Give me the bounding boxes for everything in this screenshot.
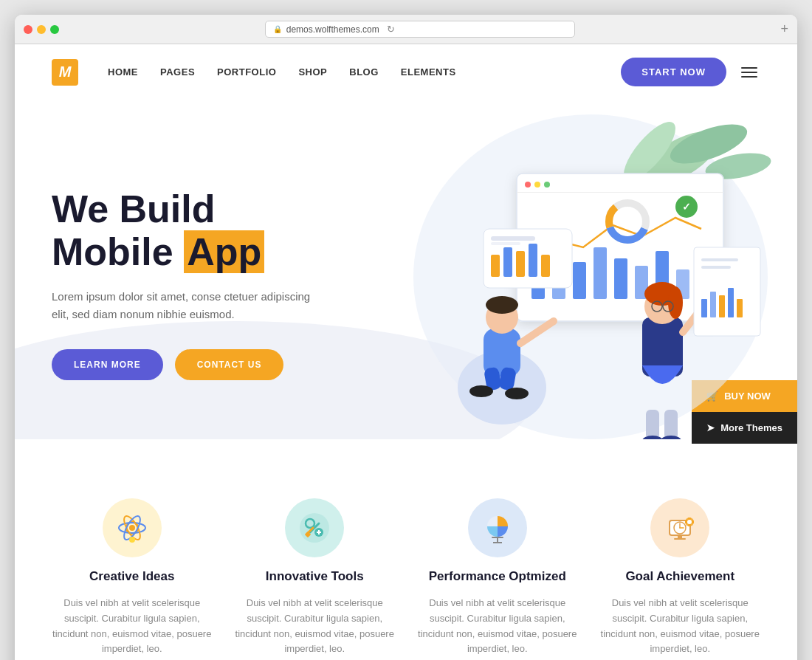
- features-section: 🛒 BUY NOW ➤ More Themes: [15, 439, 797, 660]
- svg-point-8: [544, 182, 550, 188]
- new-tab-button[interactable]: +: [780, 21, 788, 37]
- hero-title: We Build Mobile App: [52, 188, 362, 272]
- svg-rect-14: [614, 258, 627, 299]
- goal-achievement-icon: [650, 498, 709, 557]
- svg-rect-30: [491, 242, 520, 245]
- svg-rect-12: [573, 262, 586, 299]
- nav-blog[interactable]: BLOG: [349, 66, 379, 78]
- svg-point-51: [661, 436, 681, 439]
- svg-rect-57: [719, 295, 725, 317]
- innovative-tools-desc: Duis vel nibh at velit scelerisque susci…: [235, 596, 396, 657]
- svg-text:✓: ✓: [682, 201, 691, 213]
- hero-text: We Build Mobile App Lorem ipsum dolor si…: [52, 188, 362, 379]
- nav-actions: START NOW: [621, 58, 760, 86]
- svg-rect-66: [131, 537, 134, 542]
- performance-desc: Duis vel nibh at velit scelerisque susci…: [417, 596, 578, 657]
- url-text: demos.wolfthemes.com: [286, 24, 379, 35]
- svg-rect-88: [692, 520, 694, 523]
- goal-achievement-desc: Duis vel nibh at velit scelerisque susci…: [600, 596, 761, 657]
- svg-rect-59: [737, 299, 743, 317]
- creative-ideas-title: Creative Ideas: [89, 569, 174, 584]
- nav-home[interactable]: HOME: [108, 66, 138, 78]
- hero-subtitle: Lorem ipsum dolor sit amet, conse ctetue…: [52, 288, 317, 323]
- nav-elements[interactable]: ELEMENTS: [401, 66, 456, 78]
- features-grid: Creative Ideas Duis vel nibh at velit sc…: [52, 498, 760, 657]
- creative-ideas-icon: [103, 498, 162, 557]
- svg-point-6: [525, 182, 531, 188]
- svg-rect-13: [593, 247, 607, 299]
- hero-section: We Build Mobile App Lorem ipsum dolor si…: [15, 100, 797, 439]
- logo-mark: M: [52, 59, 78, 86]
- svg-rect-86: [688, 524, 691, 526]
- innovative-tools-title: Innovative Tools: [266, 569, 364, 584]
- learn-more-button[interactable]: LEARN MORE: [52, 349, 163, 380]
- svg-rect-28: [541, 255, 550, 277]
- hero-svg: ✓: [369, 100, 782, 439]
- site-content: M HOME PAGES PORTFOLIO SHOP BLOG ELEMENT…: [15, 44, 797, 660]
- nav-shop[interactable]: SHOP: [298, 66, 327, 78]
- start-now-button[interactable]: START NOW: [621, 58, 726, 86]
- performance-icon: [468, 498, 527, 557]
- svg-rect-87: [685, 520, 687, 523]
- svg-rect-55: [701, 299, 707, 317]
- browser-titlebar: 🔒 demos.wolfthemes.com ↻ +: [15, 15, 797, 44]
- lock-icon: 🔒: [273, 25, 282, 33]
- svg-rect-25: [503, 247, 512, 277]
- nav-pages[interactable]: PAGES: [160, 66, 195, 78]
- browser-traffic-lights: [24, 25, 59, 34]
- contact-us-button[interactable]: CONTACT US: [175, 349, 284, 380]
- svg-rect-54: [701, 266, 731, 269]
- svg-rect-49: [664, 410, 678, 439]
- svg-point-34: [486, 296, 518, 314]
- svg-point-50: [642, 436, 663, 439]
- minimize-dot[interactable]: [37, 25, 46, 34]
- svg-rect-81: [678, 535, 682, 538]
- svg-rect-27: [529, 244, 537, 277]
- innovative-tools-icon: [285, 498, 344, 557]
- feature-innovative-tools: Innovative Tools Duis vel nibh at velit …: [235, 498, 396, 657]
- nav-portfolio[interactable]: PORTFOLIO: [217, 66, 276, 78]
- logo[interactable]: M: [52, 59, 78, 86]
- hero-highlight: App: [184, 230, 264, 273]
- svg-rect-48: [646, 410, 659, 439]
- svg-rect-85: [688, 518, 691, 520]
- maximize-dot[interactable]: [50, 25, 59, 34]
- svg-rect-29: [491, 236, 535, 241]
- performance-title: Performance Optmized: [429, 569, 566, 584]
- hero-illustration: ✓: [362, 129, 760, 439]
- feature-creative-ideas: Creative Ideas Duis vel nibh at velit sc…: [52, 498, 213, 657]
- svg-rect-58: [728, 288, 734, 317]
- svg-point-64: [129, 525, 135, 531]
- navbar: M HOME PAGES PORTFOLIO SHOP BLOG ELEMENT…: [15, 44, 797, 100]
- svg-point-38: [469, 385, 493, 397]
- feature-goal-achievement: Goal Achievement Duis vel nibh at velit …: [600, 498, 761, 657]
- svg-point-43: [668, 286, 683, 319]
- close-dot[interactable]: [24, 25, 32, 34]
- svg-rect-24: [491, 255, 500, 277]
- svg-rect-26: [516, 251, 525, 277]
- svg-rect-53: [701, 258, 738, 261]
- goal-achievement-title: Goal Achievement: [625, 569, 734, 584]
- browser-window: 🔒 demos.wolfthemes.com ↻ + M HOME PAGES …: [15, 15, 797, 660]
- svg-rect-9: [517, 192, 723, 193]
- svg-rect-56: [710, 292, 716, 317]
- svg-point-84: [687, 520, 692, 524]
- feature-performance: Performance Optmized Duis vel nibh at ve…: [417, 498, 578, 657]
- svg-point-7: [534, 182, 540, 188]
- refresh-icon[interactable]: ↻: [387, 24, 395, 35]
- hero-buttons: LEARN MORE CONTACT US: [52, 349, 362, 380]
- address-bar[interactable]: 🔒 demos.wolfthemes.com ↻: [265, 21, 575, 38]
- svg-rect-82: [674, 538, 686, 540]
- nav-links: HOME PAGES PORTFOLIO SHOP BLOG ELEMENTS: [108, 66, 621, 78]
- hamburger-menu[interactable]: [738, 64, 760, 80]
- svg-point-39: [505, 388, 529, 399]
- creative-ideas-desc: Duis vel nibh at velit scelerisque susci…: [52, 596, 213, 657]
- svg-rect-74: [492, 537, 503, 538]
